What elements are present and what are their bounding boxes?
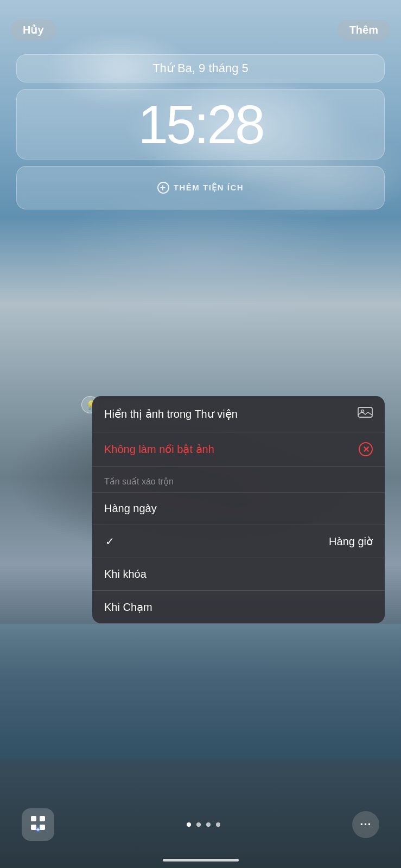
checkmark-icon: ✓: [104, 535, 115, 548]
svg-rect-4: [31, 825, 36, 830]
page-dot-3: [206, 822, 211, 827]
add-widget-button[interactable]: + THÊM TIỆN ÍCH: [16, 166, 385, 209]
context-menu: Hiển thị ảnh trong Thư viện Không làm nổ…: [92, 396, 385, 623]
photos-icon: [358, 406, 373, 422]
no-featured-label: Không làm nổi bật ảnh: [104, 443, 214, 456]
time-text: 15:28: [138, 93, 263, 156]
svg-rect-3: [40, 816, 45, 821]
show-in-library-item[interactable]: Hiển thị ảnh trong Thư viện: [92, 396, 385, 432]
shuffle-frequency-header: Tần suất xáo trộn: [92, 467, 385, 493]
customize-icon: [28, 813, 48, 837]
no-featured-item[interactable]: Không làm nổi bật ảnh ✕: [92, 432, 385, 467]
hourly-label: Hàng giờ: [329, 535, 373, 548]
more-options-button[interactable]: ···: [352, 811, 379, 838]
add-button[interactable]: Thêm: [338, 20, 390, 41]
svg-rect-2: [31, 816, 36, 821]
date-text: Thứ Ba, 9 tháng 5: [152, 61, 249, 75]
add-widget-label: THÊM TIỆN ÍCH: [174, 183, 244, 193]
daily-option[interactable]: Hàng ngày: [92, 493, 385, 525]
page-dot-2: [196, 822, 201, 827]
page-dot-1: [187, 822, 191, 827]
on-lock-option[interactable]: Khi khóa: [92, 558, 385, 591]
show-in-library-label: Hiển thị ảnh trong Thư viện: [104, 407, 238, 420]
home-indicator: [163, 859, 239, 861]
section-header-label: Tần suất xáo trộn: [104, 476, 174, 487]
sea-overlay: [0, 624, 401, 760]
hourly-option[interactable]: ✓ Hàng giờ: [92, 525, 385, 558]
customize-button[interactable]: [22, 808, 54, 841]
bottom-dock: ···: [0, 808, 401, 841]
daily-label: Hàng ngày: [104, 502, 157, 515]
page-dot-4: [216, 822, 220, 827]
on-lock-label: Khi khóa: [104, 568, 147, 580]
cancel-button[interactable]: Hủy: [11, 19, 56, 41]
svg-rect-0: [358, 407, 372, 417]
plus-icon: +: [157, 182, 169, 194]
top-navigation: Hủy Thêm: [0, 0, 401, 49]
page-dots: [187, 822, 220, 827]
ellipsis-icon: ···: [360, 818, 371, 832]
on-tap-option[interactable]: Khi Chạm: [92, 591, 385, 623]
date-widget: Thứ Ba, 9 tháng 5: [16, 54, 385, 82]
red-x-icon: ✕: [359, 442, 373, 456]
widgets-area: Thứ Ba, 9 tháng 5 15:28 + THÊM TIỆN ÍCH: [16, 54, 385, 209]
on-tap-label: Khi Chạm: [104, 601, 152, 614]
svg-rect-5: [40, 825, 45, 830]
time-widget: 15:28: [16, 89, 385, 159]
